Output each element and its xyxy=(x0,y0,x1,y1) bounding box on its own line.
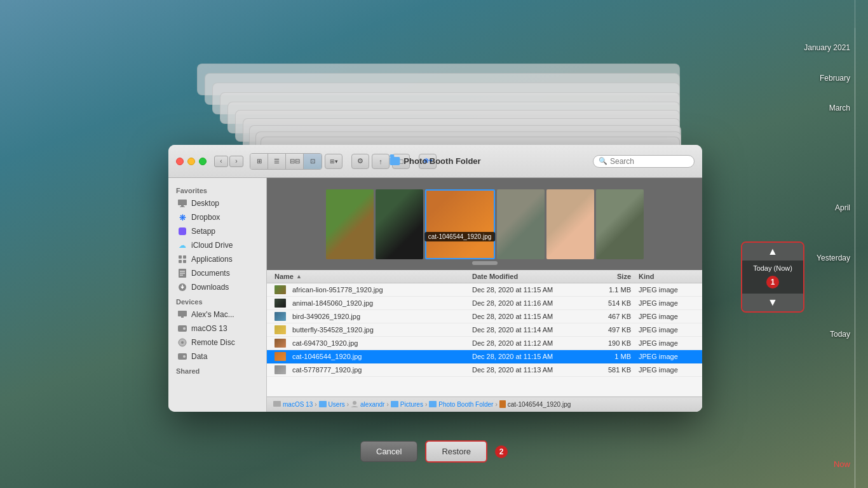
table-row[interactable]: cat-5778777_1920.jpg Dec 28, 2020 at 11:… xyxy=(267,363,702,377)
table-row[interactable]: cat-694730_1920.jpg Dec 28, 2020 at 11:1… xyxy=(267,337,702,350)
preview-scrollbar[interactable] xyxy=(472,261,498,265)
file-name-cell: butterfly-354528_1920.jpg xyxy=(275,325,472,334)
restore-button[interactable]: Restore xyxy=(425,440,487,463)
sidebar-label-icloud: iCloud Drive xyxy=(191,241,233,250)
file-name-cell: animal-1845060_1920.jpg xyxy=(275,299,472,308)
svg-rect-1 xyxy=(181,205,184,207)
sidebar-item-icloud[interactable]: ☁ iCloud Drive xyxy=(171,238,264,252)
file-kind: JPEG image xyxy=(631,313,695,320)
now-panel-up[interactable]: ▲ xyxy=(742,243,803,261)
breadcrumb-separator: › xyxy=(315,401,316,408)
sidebar-item-remotedisc[interactable]: Remote Disc xyxy=(171,336,264,349)
share-button[interactable]: ↑ xyxy=(372,154,390,169)
file-name-cell: cat-5778777_1920.jpg xyxy=(275,365,472,374)
breadcrumb-folder-icon xyxy=(391,401,398,409)
breadcrumb-item[interactable]: Pictures xyxy=(400,401,423,408)
view-options-button[interactable]: ⊞▾ xyxy=(325,154,342,169)
preview-thumb-2[interactable] xyxy=(376,189,423,259)
preview-thumb-5[interactable] xyxy=(546,189,594,259)
file-size: 514 KB xyxy=(580,299,631,307)
sidebar-item-dropbox[interactable]: ❋ Dropbox xyxy=(171,210,264,224)
fullscreen-button[interactable] xyxy=(199,158,207,165)
preview-strip: cat-1046544_1920.jpg xyxy=(267,178,702,270)
preview-thumb-6[interactable] xyxy=(596,189,644,259)
table-row[interactable]: cat-1046544_1920.jpg Dec 28, 2020 at 11:… xyxy=(267,350,702,363)
breadcrumb-drive-icon xyxy=(273,401,281,408)
file-kind: JPEG image xyxy=(631,299,695,307)
table-row[interactable]: african-lion-951778_1920.jpg Dec 28, 202… xyxy=(267,283,702,297)
svg-rect-4 xyxy=(179,255,182,259)
minimize-button[interactable] xyxy=(187,158,195,165)
preview-thumb-1[interactable] xyxy=(326,189,374,259)
sidebar-label-dropbox: Dropbox xyxy=(191,213,220,222)
breadcrumb-separator: › xyxy=(347,401,349,408)
svg-rect-23 xyxy=(273,401,281,407)
dropbox-sidebar-icon: ❋ xyxy=(177,212,187,222)
desktop-icon xyxy=(177,198,187,208)
col-size-header[interactable]: Size xyxy=(580,273,631,280)
file-kind: JPEG image xyxy=(631,339,695,347)
sidebar-item-applications[interactable]: Applications xyxy=(171,252,264,266)
svg-point-18 xyxy=(183,327,186,330)
close-button[interactable] xyxy=(176,158,184,165)
preview-thumb-3[interactable] xyxy=(425,189,495,259)
search-input[interactable] xyxy=(610,157,689,166)
svg-rect-16 xyxy=(181,316,184,318)
applications-icon xyxy=(177,254,187,264)
file-thumb-icon xyxy=(275,325,286,334)
cancel-button[interactable]: Cancel xyxy=(360,441,417,462)
col-kind-header[interactable]: Kind xyxy=(631,273,695,280)
sidebar-item-alexmac[interactable]: Alex's Mac... xyxy=(171,308,264,322)
sidebar-label-macos13: macOS 13 xyxy=(191,324,227,333)
sidebar-label-data: Data xyxy=(191,352,207,361)
sidebar-label-setapp: Setapp xyxy=(191,227,215,236)
breadcrumb-item[interactable]: Users xyxy=(329,401,345,408)
sidebar-item-macos13[interactable]: macOS 13 xyxy=(171,322,264,336)
devices-section-label: Devices xyxy=(168,294,266,308)
file-date: Dec 28, 2020 at 11:16 AM xyxy=(472,299,580,307)
file-size: 497 KB xyxy=(580,326,631,334)
view-column-mode[interactable]: ⊟⊟ xyxy=(286,154,304,169)
svg-point-20 xyxy=(181,341,184,344)
sort-arrow: ▲ xyxy=(296,273,302,280)
view-icon-mode[interactable]: ⊞ xyxy=(250,154,268,169)
content-area: Favorites Desktop ❋ Dropbox Setapp xyxy=(168,178,702,412)
file-name: cat-5778777_1920.jpg xyxy=(292,366,362,374)
downloads-icon xyxy=(177,282,187,292)
action-button[interactable]: ⚙ xyxy=(351,154,369,169)
svg-rect-0 xyxy=(178,200,187,205)
icloud-icon: ☁ xyxy=(177,240,187,250)
breadcrumb-separator: › xyxy=(386,401,388,408)
breadcrumb-item[interactable]: Photo Booth Folder xyxy=(438,401,493,408)
breadcrumb-separator: › xyxy=(425,401,427,408)
svg-rect-7 xyxy=(183,260,186,263)
back-button[interactable]: ‹ xyxy=(214,156,228,167)
table-row[interactable]: butterfly-354528_1920.jpg Dec 28, 2020 a… xyxy=(267,323,702,337)
col-name-header[interactable]: Name ▲ xyxy=(275,273,472,280)
view-list-mode[interactable]: ☰ xyxy=(268,154,286,169)
sidebar-item-data[interactable]: Data xyxy=(171,349,264,363)
now-panel-down[interactable]: ▼ xyxy=(742,294,803,311)
sidebar-item-documents[interactable]: Documents xyxy=(171,266,264,280)
search-bar[interactable]: 🔍 xyxy=(593,155,695,168)
preview-thumb-4[interactable] xyxy=(497,189,545,259)
view-gallery-mode[interactable]: ⊡ xyxy=(304,154,322,169)
forward-button[interactable]: › xyxy=(229,156,243,167)
table-row[interactable]: bird-349026_1920.jpg Dec 28, 2020 at 11:… xyxy=(267,310,702,323)
file-name: african-lion-951778_1920.jpg xyxy=(292,286,383,294)
sidebar-label-desktop: Desktop xyxy=(191,199,219,208)
sidebar-item-desktop[interactable]: Desktop xyxy=(171,196,264,210)
sidebar-item-downloads[interactable]: Downloads xyxy=(171,280,264,294)
svg-rect-25 xyxy=(499,400,506,408)
file-name: butterfly-354528_1920.jpg xyxy=(292,326,374,334)
file-kind: JPEG image xyxy=(631,353,695,360)
col-date-header[interactable]: Date Modified xyxy=(472,273,580,280)
file-area: cat-1046544_1920.jpg Name ▲ Date Modifie… xyxy=(267,178,702,412)
file-name: animal-1845060_1920.jpg xyxy=(292,299,373,307)
file-date: Dec 28, 2020 at 11:15 AM xyxy=(472,313,580,320)
breadcrumb-item[interactable]: macOS 13 xyxy=(283,401,313,408)
sidebar-item-setapp[interactable]: Setapp xyxy=(171,224,264,238)
breadcrumb-item[interactable]: alexandr xyxy=(360,401,384,408)
table-row[interactable]: animal-1845060_1920.jpg Dec 28, 2020 at … xyxy=(267,297,702,310)
sidebar-label-downloads: Downloads xyxy=(191,283,229,292)
